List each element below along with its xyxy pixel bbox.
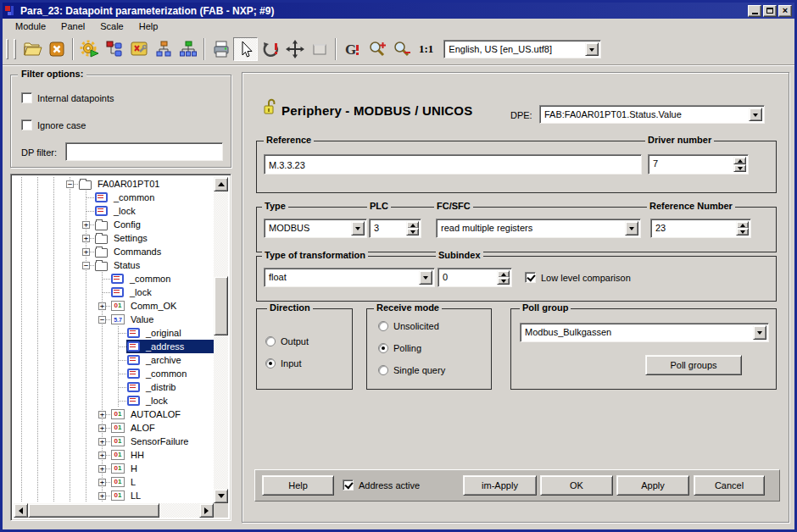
- spin-down-button[interactable]: [497, 277, 510, 285]
- tree-item-_address[interactable]: _address: [14, 340, 214, 353]
- expand-icon[interactable]: +: [94, 421, 110, 435]
- poll-groups-button[interactable]: Poll groups: [645, 355, 742, 375]
- tree-item-SensorFailure[interactable]: +01SensorFailure: [14, 435, 214, 448]
- transformation-dropdown-button[interactable]: [419, 270, 432, 285]
- tree-item-_distrib[interactable]: _distrib: [14, 380, 214, 394]
- radio-icon[interactable]: [378, 321, 388, 331]
- collapse-icon[interactable]: −: [94, 313, 110, 326]
- tree-item-Settings[interactable]: +Settings: [14, 231, 214, 245]
- tree-item-Config[interactable]: +Config: [14, 218, 214, 231]
- spin-down-button[interactable]: [736, 228, 749, 236]
- receive-polling-radio[interactable]: Polling: [378, 343, 421, 353]
- minimize-button[interactable]: [748, 5, 761, 17]
- collapse-icon[interactable]: −: [78, 258, 94, 272]
- dp-tree-button[interactable]: [102, 37, 126, 61]
- zoom-ratio-button[interactable]: 1:1: [414, 42, 438, 56]
- tree-item-LL[interactable]: +01LL: [14, 489, 214, 502]
- move-button[interactable]: [282, 37, 307, 61]
- reload-button[interactable]: [258, 37, 282, 61]
- toolbar-grip2[interactable]: [14, 39, 16, 59]
- spin-up-button[interactable]: [733, 157, 746, 164]
- fcsfc-select[interactable]: read multiple registers: [436, 219, 641, 238]
- scroll-down-button[interactable]: [214, 489, 228, 503]
- cancel-button[interactable]: Cancel: [694, 475, 765, 496]
- tree-horizontal-scrollbar[interactable]: [14, 503, 214, 518]
- receive-unsolicited-radio[interactable]: Unsolicited: [378, 321, 439, 331]
- collapse-icon[interactable]: −: [62, 177, 78, 191]
- scroll-up-button[interactable]: [214, 177, 228, 191]
- fcsfc-dropdown-button[interactable]: [625, 221, 638, 236]
- tree-item-_common[interactable]: _common: [14, 272, 214, 285]
- menu-scale[interactable]: Scale: [92, 19, 131, 33]
- zoom-out-button[interactable]: [389, 37, 414, 61]
- print-button[interactable]: [209, 37, 233, 61]
- expand-icon[interactable]: +: [78, 218, 94, 231]
- ignore-case-checkbox-row[interactable]: Ignore case: [21, 119, 86, 130]
- menu-panel[interactable]: Panel: [53, 19, 92, 33]
- tree-item-HH[interactable]: +01HH: [14, 448, 214, 462]
- transformation-select[interactable]: float: [264, 268, 435, 287]
- vertical-scroll-thumb[interactable]: [214, 276, 228, 335]
- tree-item-_common[interactable]: _common: [14, 367, 214, 380]
- tree-item-L[interactable]: +01L: [14, 475, 214, 489]
- exit-button[interactable]: [44, 37, 69, 61]
- tree-item-Comm_OK[interactable]: +01Comm_OK: [14, 299, 214, 313]
- internal-datapoints-checkbox-row[interactable]: Internal datapoints: [21, 92, 114, 103]
- tree-item-_lock[interactable]: _lock: [14, 394, 214, 407]
- menu-module[interactable]: Module: [8, 19, 53, 33]
- radio-icon[interactable]: [265, 358, 276, 369]
- parameterize-all-button[interactable]: [176, 37, 200, 61]
- language-dropdown-button[interactable]: [585, 42, 599, 56]
- tree-item-ALOF[interactable]: +01ALOF: [14, 421, 214, 435]
- tree-item-Value[interactable]: −5.7Value: [14, 313, 214, 326]
- radio-icon[interactable]: [265, 336, 276, 346]
- tree-item-_archive[interactable]: _archive: [14, 353, 214, 367]
- toolbar-grip[interactable]: [6, 39, 8, 59]
- internal-datapoints-checkbox[interactable]: [21, 92, 32, 103]
- expand-icon[interactable]: +: [94, 407, 110, 421]
- low-level-comparison-checkbox[interactable]: [525, 272, 536, 283]
- im-apply-button[interactable]: im-Apply: [463, 475, 537, 496]
- poll-group-dropdown-button[interactable]: [753, 325, 766, 340]
- dpe-select[interactable]: FAB:FA0AR01PT01.Status.Value: [539, 105, 765, 124]
- ok-button[interactable]: OK: [540, 475, 613, 496]
- radio-icon[interactable]: [378, 343, 388, 353]
- reference-number-stepper[interactable]: 23: [650, 219, 751, 238]
- tree-item-_lock[interactable]: _lock: [14, 204, 214, 218]
- address-active-checkbox[interactable]: [343, 479, 354, 490]
- poll-group-select[interactable]: Modbus_Bulkgassen: [520, 323, 769, 342]
- expand-icon[interactable]: +: [94, 462, 110, 475]
- menu-help[interactable]: Help: [131, 19, 166, 33]
- zoom-rect-button[interactable]: [307, 37, 332, 61]
- select-cursor-button[interactable]: [233, 37, 258, 61]
- expand-icon[interactable]: +: [78, 245, 94, 258]
- ignore-case-checkbox[interactable]: [21, 119, 32, 130]
- dpe-dropdown-button[interactable]: [749, 108, 762, 121]
- low-level-comparison-row[interactable]: Low level comparison: [525, 272, 631, 283]
- tree-item-Commands[interactable]: +Commands: [14, 245, 214, 258]
- open-button[interactable]: [20, 37, 44, 61]
- type-select[interactable]: MODBUS: [264, 219, 367, 238]
- reload-module-button[interactable]: G: [340, 37, 365, 61]
- receive-single-query-radio[interactable]: Single query: [378, 365, 445, 375]
- tree-item-FA0AR01PT01[interactable]: −FA0AR01PT01: [14, 177, 214, 191]
- close-button[interactable]: ×: [778, 5, 792, 17]
- radio-icon[interactable]: [378, 365, 388, 375]
- scroll-right-button[interactable]: [199, 503, 214, 518]
- driver-number-stepper[interactable]: 7: [648, 154, 749, 175]
- expand-icon[interactable]: +: [78, 231, 94, 245]
- tree-item-Status[interactable]: −Status: [14, 258, 214, 272]
- expand-icon[interactable]: +: [94, 299, 110, 313]
- direction-input-radio[interactable]: Input: [265, 358, 301, 369]
- tree-item-_lock[interactable]: _lock: [14, 285, 214, 299]
- tree-item-H[interactable]: +01H: [14, 462, 214, 475]
- dp-filter-input[interactable]: [65, 142, 223, 161]
- type-dropdown-button[interactable]: [351, 221, 365, 236]
- parameterize-button[interactable]: [151, 37, 176, 61]
- direction-output-radio[interactable]: Output: [265, 336, 309, 346]
- expand-icon[interactable]: +: [94, 435, 110, 448]
- tree-item-AUTOALOF[interactable]: +01AUTOALOF: [14, 407, 214, 421]
- expand-icon[interactable]: +: [94, 475, 110, 489]
- dp-edit-button[interactable]: [126, 37, 151, 61]
- tree-vertical-scrollbar[interactable]: [214, 177, 228, 503]
